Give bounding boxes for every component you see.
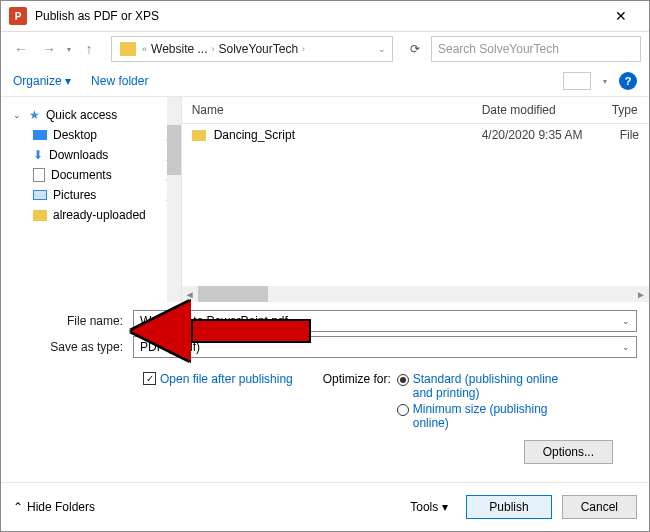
radio-label: Minimum size (publishing online): [413, 402, 563, 430]
view-options-button[interactable]: [563, 72, 591, 90]
sidebar-label: Desktop: [53, 128, 97, 142]
chevron-right-icon: ›: [300, 44, 307, 54]
dropdown-icon[interactable]: ⌄: [622, 342, 630, 352]
download-icon: ⬇: [33, 148, 43, 162]
file-list-pane: Name Date modified Type Dancing_Script 4…: [181, 97, 649, 302]
save-as-type-label: Save as type:: [13, 340, 133, 354]
forward-button[interactable]: →: [37, 37, 61, 61]
search-placeholder: Search SolveYourTech: [438, 42, 559, 56]
titlebar: P Publish as PDF or XPS ✕: [1, 1, 649, 32]
save-as-type-select[interactable]: PDF (*.pdf) ⌄: [133, 336, 637, 358]
document-icon: [33, 168, 45, 182]
breadcrumb-separator: «: [140, 44, 149, 54]
chevron-up-icon: ⌃: [13, 500, 23, 514]
radio-icon: [397, 374, 409, 386]
sidebar-item-downloads[interactable]: ⬇ Downloads 📌: [9, 145, 181, 165]
folder-icon: [120, 42, 136, 56]
folder-icon: [33, 210, 47, 221]
breadcrumb-part[interactable]: SolveYourTech: [216, 42, 300, 56]
powerpoint-icon: P: [9, 7, 27, 25]
up-button[interactable]: ↑: [77, 37, 101, 61]
sidebar-item-quick-access[interactable]: ⌄ ★ Quick access: [9, 105, 181, 125]
search-input[interactable]: Search SolveYourTech: [431, 36, 641, 62]
file-type: File: [620, 128, 639, 142]
tools-menu[interactable]: Tools ▾: [410, 500, 448, 514]
sidebar-label: Pictures: [53, 188, 96, 202]
hide-folders-button[interactable]: ⌃ Hide Folders: [13, 500, 95, 514]
cancel-button[interactable]: Cancel: [562, 495, 637, 519]
column-type[interactable]: Type: [612, 103, 639, 117]
checkbox-label: Open file after publishing: [160, 372, 293, 386]
dialog-title: Publish as PDF or XPS: [35, 9, 601, 23]
chevron-right-icon: ›: [209, 44, 216, 54]
optimize-minimum-radio[interactable]: Minimum size (publishing online): [397, 402, 563, 430]
optimize-standard-radio[interactable]: Standard (publishing online and printing…: [397, 372, 563, 400]
back-button[interactable]: ←: [9, 37, 33, 61]
checkbox-icon: ✓: [143, 372, 156, 385]
view-dropdown[interactable]: ▾: [601, 77, 609, 86]
sidebar-scrollbar[interactable]: [167, 97, 181, 302]
options-button[interactable]: Options...: [524, 440, 613, 464]
scroll-left-icon[interactable]: ◄: [182, 289, 198, 300]
refresh-button[interactable]: ⟳: [403, 37, 427, 61]
content-area: ⌄ ★ Quick access Desktop 📌 ⬇ Downloads 📌…: [1, 97, 649, 302]
sidebar-item-pictures[interactable]: Pictures 📌: [9, 185, 181, 205]
close-button[interactable]: ✕: [601, 8, 641, 24]
open-after-publish-checkbox[interactable]: ✓ Open file after publishing: [143, 372, 293, 430]
footer: ⌃ Hide Folders Tools ▾ Publish Cancel: [1, 482, 649, 531]
sidebar-label: Quick access: [46, 108, 117, 122]
organize-menu[interactable]: Organize ▾: [13, 74, 71, 88]
breadcrumb-part[interactable]: Website ...: [149, 42, 209, 56]
star-icon: ★: [29, 108, 40, 122]
sidebar: ⌄ ★ Quick access Desktop 📌 ⬇ Downloads 📌…: [1, 97, 181, 302]
scroll-right-icon[interactable]: ►: [633, 289, 649, 300]
file-row[interactable]: Dancing_Script 4/20/2020 9:35 AM File: [182, 124, 649, 146]
breadcrumb[interactable]: « Website ... › SolveYourTech › ⌄: [111, 36, 393, 62]
save-form: File name: Welcome to PowerPoint.pdf ⌄ S…: [1, 302, 649, 482]
breadcrumb-dropdown[interactable]: ⌄: [376, 44, 388, 54]
sidebar-item-desktop[interactable]: Desktop 📌: [9, 125, 181, 145]
publish-dialog: P Publish as PDF or XPS ✕ ← → ▾ ↑ « Webs…: [0, 0, 650, 532]
toolbar: Organize ▾ New folder ▾ ?: [1, 66, 649, 97]
pictures-icon: [33, 190, 47, 200]
sidebar-item-folder[interactable]: already-uploaded: [9, 205, 181, 225]
horizontal-scrollbar[interactable]: ◄ ►: [182, 286, 649, 302]
column-headers: Name Date modified Type: [182, 97, 649, 124]
history-dropdown[interactable]: ▾: [65, 45, 73, 54]
file-name-label: File name:: [13, 314, 133, 328]
sidebar-label: Documents: [51, 168, 112, 182]
optimize-label: Optimize for:: [323, 372, 391, 430]
navigation-bar: ← → ▾ ↑ « Website ... › SolveYourTech › …: [1, 32, 649, 66]
help-button[interactable]: ?: [619, 72, 637, 90]
dropdown-icon[interactable]: ⌄: [622, 316, 630, 326]
publish-button[interactable]: Publish: [466, 495, 551, 519]
file-name-input[interactable]: Welcome to PowerPoint.pdf ⌄: [133, 310, 637, 332]
sidebar-label: Downloads: [49, 148, 108, 162]
sidebar-label: already-uploaded: [53, 208, 146, 222]
column-date[interactable]: Date modified: [482, 103, 612, 117]
radio-label: Standard (publishing online and printing…: [413, 372, 563, 400]
file-date: 4/20/2020 9:35 AM: [482, 128, 612, 142]
radio-icon: [397, 404, 409, 416]
sidebar-item-documents[interactable]: Documents 📌: [9, 165, 181, 185]
column-name[interactable]: Name: [192, 103, 482, 117]
file-name: Dancing_Script: [214, 128, 295, 142]
new-folder-button[interactable]: New folder: [91, 74, 148, 88]
folder-icon: [192, 130, 206, 141]
dropdown-icon: ▾: [442, 500, 448, 514]
desktop-icon: [33, 130, 47, 140]
chevron-down-icon: ⌄: [13, 110, 23, 120]
